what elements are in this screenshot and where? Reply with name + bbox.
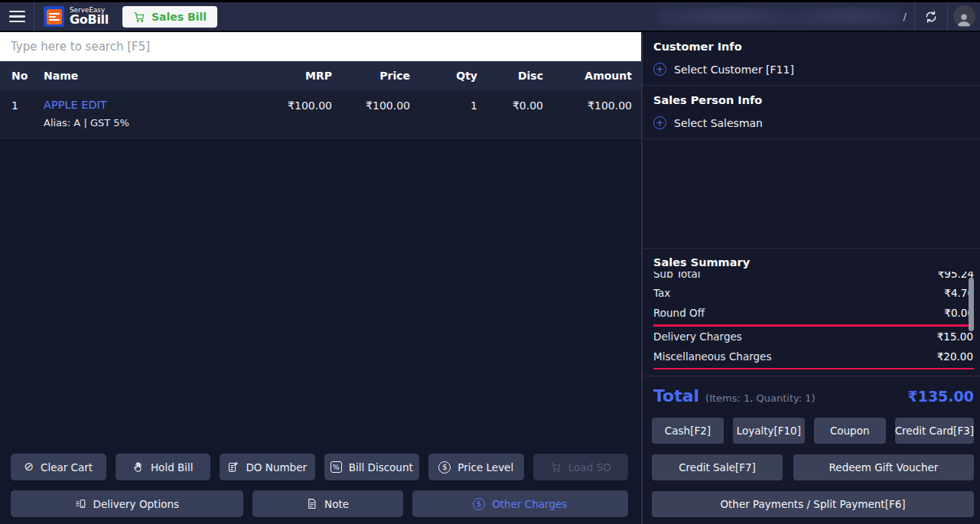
sales-person-title: Sales Person Info [653,94,971,106]
topbar: ServeEasy GoBill Sales Bill / [0,2,980,31]
sales-person-section: Sales Person Info + Select Salesman [643,86,980,139]
cart-panel: No Name MRP Price Qty Disc Amount 1 APPL… [0,32,641,524]
item-meta: Alias: A | GST 5% [44,117,248,129]
delivery-list-icon [75,498,86,509]
col-disc: Disc [477,70,543,82]
col-price: Price [332,70,410,82]
cart-icon [133,11,145,23]
loyalty-button[interactable]: Loyalty[F10] [733,418,805,444]
row-disc: ₹0.00 [477,99,543,129]
summary-scrollbar[interactable] [969,278,974,331]
row-price: ₹100.00 [332,99,410,129]
cart-row[interactable]: 1 APPLE EDIT Alias: A | GST 5% ₹100.00 ₹… [0,90,641,138]
col-name: Name [44,70,248,82]
cart-icon [550,461,562,473]
delivery-options-button[interactable]: Delivery Options [11,490,243,517]
total-meta: (Items: 1, Quantity: 1) [705,392,816,404]
price-level-button[interactable]: $ Price Level [428,454,524,480]
bill-discount-button[interactable]: % Bill Discount [324,454,420,480]
percent-icon: % [330,461,342,473]
col-mrp: MRP [248,70,332,82]
redacted-store-info [657,8,900,25]
credit-sale-button[interactable]: Credit Sale[F7] [652,454,783,480]
cart-table-header: No Name MRP Price Qty Disc Amount [0,61,641,90]
tab-sales-bill-label: Sales Bill [151,11,207,23]
row-amount: ₹100.00 [543,99,632,129]
row-mrp: ₹100.00 [248,99,332,129]
credit-card-button[interactable]: Credit Card[F3] [895,418,974,444]
col-qty: Qty [410,70,477,82]
summary-row-misc-charges: Miscellaneous Charges ₹20.00 [653,347,973,366]
plus-circle-icon: + [653,116,666,129]
app-logo: ServeEasy GoBill [34,6,116,27]
load-so-button: Load SO [533,454,629,480]
cash-button[interactable]: Cash[F2] [652,418,724,444]
refresh-button[interactable] [915,2,947,31]
col-no: No [11,70,44,82]
payment-buttons: Cash[F2] Loyalty[F10] Coupon Credit Card… [643,410,980,524]
cart-empty-area [0,138,641,454]
sales-summary-list: Sub Total ₹95.24 Tax ₹4.76 Round Off ₹0.… [653,272,974,369]
item-name-link[interactable]: APPLE EDIT [44,99,248,111]
brand-icon [44,6,64,27]
dollar-circle-icon: $ [438,461,451,474]
summary-row-subtotal: Sub Total ₹95.24 [653,272,974,284]
customer-info-section: Customer Info + Select Customer [F11] [643,32,980,86]
coupon-button[interactable]: Coupon [814,418,886,444]
other-charges-button[interactable]: $ Other Charges [412,490,628,517]
hamburger-menu-icon[interactable] [0,2,34,31]
billing-panel: Customer Info + Select Customer [F11] Sa… [643,32,980,524]
row-qty: 1 [410,99,477,129]
sales-summary-title: Sales Summary [653,256,974,269]
hand-icon [132,461,144,473]
hold-bill-button[interactable]: Hold Bill [116,454,211,480]
sales-summary-section: Sales Summary Sub Total ₹95.24 Tax ₹4.76… [643,248,980,376]
do-number-button[interactable]: DO Number [220,454,315,480]
summary-row-tax: Tax ₹4.76 [653,284,974,304]
row-no: 1 [11,99,44,129]
item-search-input[interactable] [0,32,641,61]
select-salesman-button[interactable]: + Select Salesman [653,116,971,129]
total-bar: Total (Items: 1, Quantity: 1) ₹135.00 [643,376,980,410]
summary-row-roundoff: Round Off ₹0.00 [653,303,974,323]
customer-info-title: Customer Info [653,41,971,53]
brand-name-bottom: GoBill [70,14,109,26]
other-payments-split-button[interactable]: Other Payments / Split Payment[F6] [652,491,974,517]
annotation-highlight-box: Delivery Charges ₹15.00 Miscellaneous Ch… [653,324,974,370]
document-edit-icon [227,461,239,473]
clear-cart-button[interactable]: ⊘ Clear Cart [11,454,106,480]
refresh-icon [924,10,938,24]
right-panel-spacer [643,139,980,248]
clear-cart-icon: ⊘ [24,461,34,473]
user-avatar-icon [953,5,975,28]
note-button[interactable]: Note [252,490,403,517]
note-icon [306,498,317,509]
search-bar [0,32,641,61]
select-customer-button[interactable]: + Select Customer [F11] [653,63,971,76]
slash-text: / [903,11,907,22]
tab-sales-bill[interactable]: Sales Bill [122,6,217,28]
user-menu-button[interactable] [948,2,980,31]
redeem-gift-voucher-button[interactable]: Redeem Gift Voucher [793,454,974,480]
dollar-circle-icon: $ [473,498,485,510]
col-amount: Amount [543,70,632,82]
total-value: ₹135.00 [907,388,974,405]
cart-actions: ⊘ Clear Cart Hold Bill [0,454,641,524]
total-label: Total [653,386,699,405]
plus-circle-icon: + [653,63,666,76]
summary-row-delivery-charges: Delivery Charges ₹15.00 [653,327,973,347]
